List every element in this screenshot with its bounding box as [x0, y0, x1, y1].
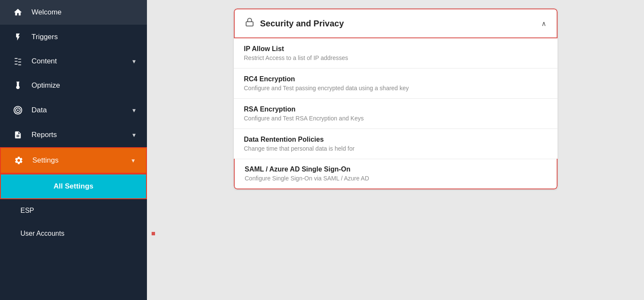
sidebar: Welcome Triggers Content ▼ Optimize Data… — [0, 0, 147, 300]
bolt-icon — [10, 32, 26, 42]
sidebar-item-optimize-label: Optimize — [32, 81, 60, 90]
sidebar-item-all-settings[interactable]: All Settings — [0, 174, 147, 199]
collapse-icon: ∧ — [541, 20, 546, 28]
panel-item-ip-allow-list-desc: Restrict Access to a list of IP addresse… — [244, 54, 547, 61]
sidebar-item-triggers-label: Triggers — [32, 33, 58, 41]
svg-point-2 — [17, 109, 19, 111]
sidebar-item-esp[interactable]: ESP — [0, 199, 147, 222]
reports-icon — [10, 130, 26, 140]
panel-title: Security and Privacy — [260, 19, 541, 29]
sidebar-item-reports-label: Reports — [32, 131, 57, 139]
home-icon — [10, 8, 26, 17]
panel-item-rsa-title: RSA Encryption — [244, 106, 547, 113]
panel-item-rc4-title: RC4 Encryption — [244, 75, 547, 83]
chevron-down-icon-data: ▼ — [131, 107, 137, 114]
sidebar-item-settings[interactable]: Settings ▼ — [0, 147, 147, 174]
sidebar-item-welcome-label: Welcome — [32, 8, 62, 17]
panel-item-data-retention-desc: Change time that personal data is held f… — [244, 145, 547, 152]
panel-item-ip-allow-list[interactable]: IP Allow List Restrict Access to a list … — [234, 38, 558, 69]
sidebar-item-optimize[interactable]: Optimize — [0, 73, 147, 98]
settings-panel: Security and Privacy ∧ IP Allow List Res… — [234, 9, 558, 189]
security-privacy-header[interactable]: Security and Privacy ∧ — [234, 9, 558, 38]
chevron-down-icon-settings: ▼ — [130, 157, 136, 164]
sidebar-item-content-label: Content — [32, 57, 57, 66]
main-content: Security and Privacy ∧ IP Allow List Res… — [147, 0, 644, 300]
sidebar-item-settings-label: Settings — [32, 156, 58, 165]
lock-icon — [245, 17, 254, 30]
sidebar-item-triggers[interactable]: Triggers — [0, 25, 147, 49]
chevron-down-icon-reports: ▼ — [131, 132, 137, 138]
panel-item-rc4-desc: Configure and Test passing encrypted dat… — [244, 85, 547, 91]
separator-dot — [152, 232, 155, 235]
panel-item-rsa-encryption[interactable]: RSA Encryption Configure and Test RSA En… — [234, 99, 558, 129]
sidebar-item-reports[interactable]: Reports ▼ — [0, 123, 147, 147]
grid-icon — [10, 57, 26, 66]
panel-item-saml-desc: Configure Single Sign-On via SAML / Azur… — [245, 175, 546, 182]
flask-icon — [10, 81, 26, 90]
svg-rect-3 — [246, 22, 253, 26]
sidebar-item-welcome[interactable]: Welcome — [0, 0, 147, 25]
sidebar-item-user-accounts-label: User Accounts — [20, 230, 64, 237]
panel-item-data-retention[interactable]: Data Rentention Policies Change time tha… — [234, 129, 558, 159]
panel-item-data-retention-title: Data Rentention Policies — [244, 136, 547, 143]
sidebar-item-all-settings-label: All Settings — [54, 182, 94, 191]
panel-item-ip-allow-list-title: IP Allow List — [244, 45, 547, 53]
sidebar-item-data[interactable]: Data ▼ — [0, 98, 147, 123]
sidebar-item-esp-label: ESP — [20, 207, 34, 214]
panel-item-saml[interactable]: SAML / Azure AD Single Sign-On Configure… — [234, 159, 558, 189]
panel-item-saml-title: SAML / Azure AD Single Sign-On — [245, 166, 546, 173]
gear-icon — [11, 156, 26, 165]
target-icon — [10, 106, 26, 115]
sidebar-item-content[interactable]: Content ▼ — [0, 49, 147, 73]
sidebar-item-data-label: Data — [32, 106, 47, 114]
panel-item-rc4-encryption[interactable]: RC4 Encryption Configure and Test passin… — [234, 69, 558, 99]
sidebar-item-user-accounts[interactable]: User Accounts — [0, 222, 147, 245]
panel-item-rsa-desc: Configure and Test RSA Encryption and Ke… — [244, 115, 547, 122]
chevron-down-icon: ▼ — [131, 58, 137, 65]
